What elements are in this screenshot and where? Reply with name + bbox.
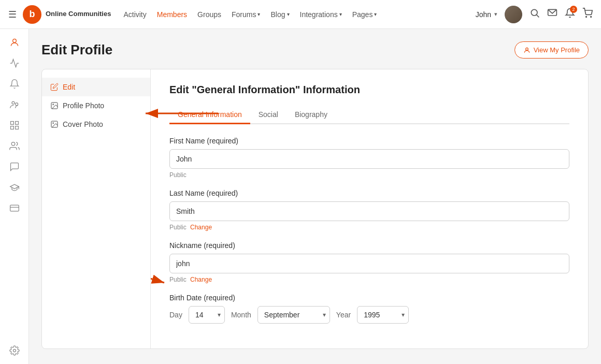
edit-icon [50,83,59,91]
first-name-field: First Name (required) Public [169,137,569,179]
logo-icon: b [23,5,41,24]
view-profile-button[interactable]: View My Profile [514,41,589,59]
sidebar-item-profile[interactable] [9,37,20,48]
top-navigation: ☰ b Online Communities Activity Members … [0,0,601,29]
message-icon[interactable] [547,8,557,21]
first-name-input[interactable] [169,149,569,169]
nav-groups[interactable]: Groups [197,10,221,19]
chevron-down-icon: ▾ [339,11,342,17]
nav-forums[interactable]: Forums ▾ [232,10,260,19]
first-name-hint: Public [169,171,569,179]
cover-photo-icon [50,120,59,128]
svg-line-1 [537,15,539,18]
form-tabs: General Information Social Biography [169,106,569,124]
nickname-hint: Public Change [169,276,569,283]
nav-integrations[interactable]: Integrations ▾ [300,10,342,19]
svg-point-6 [12,101,15,104]
svg-point-15 [13,350,16,352]
last-name-input[interactable] [169,201,569,221]
content-area: Edit Profile Photo Cover Photo [41,69,589,349]
user-icon [523,47,531,54]
birthdate-label: Birth Date (required) [169,294,569,302]
hamburger-menu[interactable]: ☰ [8,9,17,20]
month-select[interactable]: September [257,306,330,324]
svg-point-12 [11,142,15,146]
cart-icon[interactable] [582,8,593,21]
main-content: Edit Profile View My Profile Edit Profil… [29,29,601,361]
profile-sidebar: Edit Profile Photo Cover Photo [42,69,151,348]
birthdate-field: Birth Date (required) Day 14 Month Septe… [169,294,569,324]
notification-icon[interactable]: 2 [565,8,575,21]
day-select[interactable]: 14 [189,306,225,324]
avatar[interactable] [505,6,522,23]
user-menu[interactable]: John ▾ [476,10,497,19]
svg-point-4 [591,17,592,18]
chevron-down-icon: ▾ [257,11,260,17]
sidebar-item-chat[interactable] [9,162,20,172]
sidebar-item-education[interactable] [9,182,20,193]
profile-nav-edit[interactable]: Edit [42,78,150,96]
page-title: Edit Profile [41,42,112,58]
brand-name: Online Communities [46,10,111,19]
tab-biography[interactable]: Biography [287,106,336,124]
svg-rect-13 [10,205,19,211]
chevron-down-icon: ▾ [494,11,497,18]
nav-blog[interactable]: Blog ▾ [270,10,289,19]
birthdate-row: Day 14 Month September Year [169,306,569,324]
svg-point-20 [53,123,54,124]
sidebar-item-cards[interactable] [9,203,20,213]
chevron-down-icon: ▾ [374,11,377,17]
sidebar-item-groups[interactable] [9,141,20,151]
notification-badge: 2 [570,6,577,13]
nav-members[interactable]: Members [157,10,187,19]
sidebar-item-members[interactable] [9,99,20,110]
form-area: Edit "General Information" Information G… [151,69,588,348]
sidebar-item-activity[interactable] [9,58,20,68]
nav-links: Activity Members Groups Forums ▾ Blog ▾ … [123,10,475,19]
sidebar-item-settings[interactable] [9,345,20,356]
svg-point-18 [53,104,54,105]
form-title: Edit "General Information" Information [169,84,569,96]
last-name-field: Last Name (required) Public Change [169,189,569,231]
last-name-change-link[interactable]: Change [190,224,212,231]
svg-point-16 [525,48,528,50]
nickname-input[interactable] [169,254,569,273]
svg-rect-11 [15,126,18,129]
user-name: John [476,10,491,19]
tab-general-information[interactable]: General Information [169,106,250,124]
sidebar-item-notifications[interactable] [9,79,20,89]
svg-rect-8 [10,122,13,125]
sidebar-item-grid[interactable] [9,120,20,130]
logo[interactable]: b Online Communities [23,5,111,24]
chevron-down-icon: ▾ [287,11,290,17]
month-label: Month [231,311,251,319]
avatar-image [505,6,522,23]
year-select-wrapper: 1995 [357,306,409,324]
image-icon [50,101,59,110]
profile-nav-cover[interactable]: Cover Photo [42,115,150,134]
nickname-change-link[interactable]: Change [190,276,212,283]
nickname-label: Nickname (required) [169,241,569,250]
svg-rect-10 [10,126,13,129]
svg-point-5 [12,39,16,42]
year-select[interactable]: 1995 [357,306,409,324]
tab-social[interactable]: Social [250,106,287,124]
left-sidebar [0,29,29,361]
day-select-wrapper: 14 [189,306,225,324]
last-name-label: Last Name (required) [169,189,569,197]
search-icon[interactable] [530,8,540,21]
month-select-wrapper: September [257,306,330,324]
profile-nav-photo[interactable]: Profile Photo [42,96,150,115]
page-header: Edit Profile View My Profile [41,41,589,59]
first-name-label: First Name (required) [169,137,569,145]
nav-activity[interactable]: Activity [123,10,146,19]
year-label: Year [336,311,351,319]
svg-rect-9 [15,122,18,125]
nav-right: John ▾ 2 [476,6,593,23]
last-name-hint: Public Change [169,224,569,231]
nav-pages[interactable]: Pages ▾ [352,10,377,19]
svg-point-0 [531,9,537,16]
svg-point-7 [15,103,18,106]
nickname-field: Nickname (required) Public Change [169,241,569,283]
day-label: Day [169,311,182,319]
